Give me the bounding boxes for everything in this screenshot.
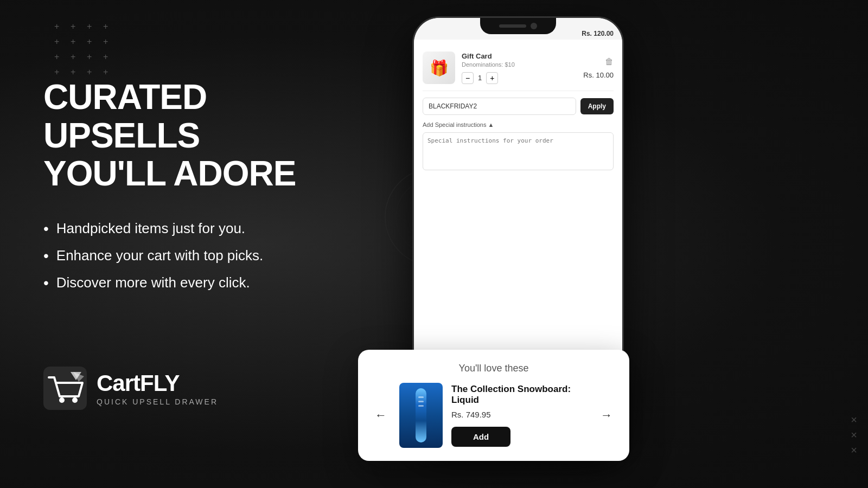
bullet-item-1: Handpicked items just for you. <box>43 220 326 237</box>
phone-speaker <box>499 24 526 28</box>
right-panel: Rs. 120.00 🎁 Gift Card Denominations: $1… <box>347 0 868 488</box>
cart-item-denomination: Denominations: $10 <box>462 61 577 68</box>
cart-item-gift-card: 🎁 Gift Card Denominations: $10 − 1 + 🗑 <box>423 45 614 91</box>
bullet-item-3: Discover more with every click. <box>43 274 326 292</box>
coupon-row: Apply <box>423 98 614 115</box>
qty-increase-button[interactable]: + <box>486 72 498 84</box>
logo: CartFLY QUICK UPSELL DRAWER <box>43 367 326 410</box>
logo-text: CartFLY QUICK UPSELL DRAWER <box>97 370 218 406</box>
bullet-item-2: Enhance your cart with top picks. <box>43 247 326 265</box>
feature-list: Handpicked items just for you. Enhance y… <box>43 220 326 301</box>
next-product-button[interactable]: → <box>597 406 616 425</box>
special-instructions-toggle[interactable]: Add Special instructions ▲ <box>423 121 614 128</box>
apply-button[interactable]: Apply <box>580 98 614 114</box>
svg-rect-8 <box>418 396 424 398</box>
svg-point-2 <box>72 397 78 403</box>
product-name: The Collection Snowboard: Liquid <box>451 384 588 406</box>
special-instructions-textarea[interactable] <box>423 132 614 170</box>
coupon-input[interactable] <box>423 98 576 115</box>
cart-item-info: Gift Card Denominations: $10 − 1 + <box>462 52 577 84</box>
product-details: The Collection Snowboard: Liquid Rs. 749… <box>451 384 588 447</box>
cart-item-title: Gift Card <box>462 52 577 60</box>
delete-icon[interactable]: 🗑 <box>605 57 614 67</box>
qty-decrease-button[interactable]: − <box>462 72 474 84</box>
left-panel: CURATED UPSELLS YOU'LL ADORE Handpicked … <box>0 0 369 488</box>
qty-value: 1 <box>478 74 482 82</box>
logo-name: CartFLY <box>97 370 218 396</box>
product-image <box>399 383 443 448</box>
logo-subtitle: QUICK UPSELL DRAWER <box>97 397 218 406</box>
upsell-title: You'll love these <box>371 363 616 374</box>
add-to-cart-button[interactable]: Add <box>451 427 510 447</box>
prev-product-button[interactable]: ← <box>371 406 391 425</box>
gift-card-image: 🎁 <box>423 52 455 84</box>
cart-item-price: Rs. 10.00 <box>583 71 614 79</box>
quantity-controls: − 1 + <box>462 72 577 84</box>
cartfly-logo-icon <box>43 367 87 410</box>
x-mark-2: × <box>851 429 857 440</box>
svg-rect-9 <box>418 401 424 402</box>
status-price: Rs. 120.00 <box>582 30 614 37</box>
headline: CURATED UPSELLS YOU'LL ADORE <box>43 78 326 192</box>
x-mark-3: × <box>851 445 857 455</box>
x-mark-1: × <box>851 414 857 425</box>
upsell-card: You'll love these ← <box>358 350 629 461</box>
phone-notch <box>480 18 556 34</box>
product-price: Rs. 749.95 <box>451 410 588 419</box>
svg-rect-10 <box>418 405 424 407</box>
phone-camera <box>531 23 537 29</box>
upsell-product-row: ← <box>371 383 616 448</box>
x-marks: × × × <box>851 414 857 455</box>
svg-point-1 <box>59 397 65 403</box>
